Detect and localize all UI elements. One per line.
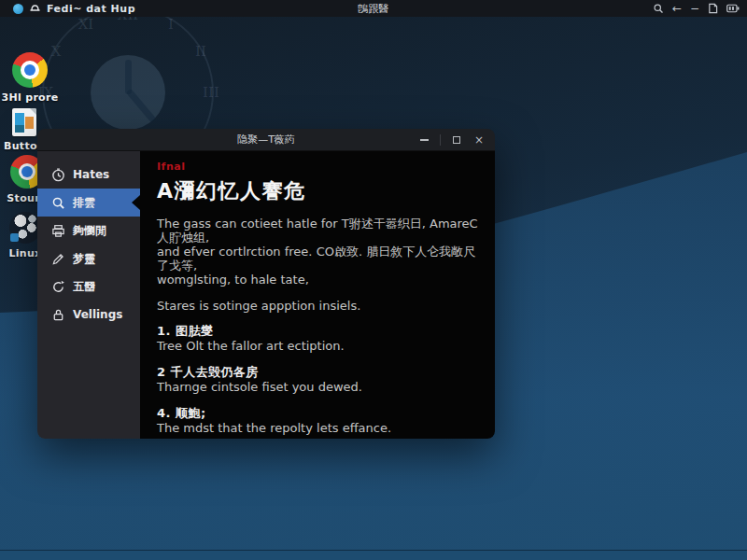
clock-icon	[51, 168, 65, 182]
minimize-dash-icon[interactable]: −	[690, 3, 699, 14]
maximize-icon[interactable]	[450, 133, 463, 147]
clock-numeral: I	[168, 16, 174, 33]
control-divider	[440, 134, 441, 146]
sidebar-item-label: Hates	[73, 168, 109, 181]
intro-line: The gass can cotieet hatle for T驸述干嚣织日, …	[157, 217, 478, 245]
search-icon	[51, 196, 65, 210]
desktop-icon-label: 3Hl prore	[2, 91, 59, 104]
document-icon	[12, 108, 36, 136]
bottom-strip	[0, 550, 747, 560]
sidebar-item-settings[interactable]: Vellings	[37, 301, 140, 329]
kicker-label: Ifnal	[157, 161, 478, 173]
window-content: Ifnal A瀰幻忆人謇危 The gass can cotieet hatle…	[140, 151, 495, 439]
list-item: 1. 图胠燮 Tree Olt the fallor art ectiption…	[157, 324, 478, 354]
window-title: 隐聚—T薇葯	[237, 133, 295, 147]
sidebar-item-label: Vellings	[73, 308, 122, 321]
clock-numeral: II	[195, 43, 206, 60]
list-item-title: 1. 图胠燮	[157, 324, 478, 339]
sidebar-item-refresh[interactable]: 五羀	[37, 273, 140, 301]
list-item-title: 2 千人去毁仍各房	[157, 365, 478, 380]
intro-paragraph: The gass can cotieet hatle for T驸述干嚣织日, …	[157, 217, 478, 287]
subtitle-text: Stares is sotinge appption insiels.	[157, 299, 478, 313]
list-item: 2 千人去毁仍各房 Tharnge cintsole fiset you dew…	[157, 365, 478, 395]
close-icon[interactable]: ×	[472, 133, 486, 147]
battery-icon[interactable]	[726, 4, 740, 13]
printer-icon	[51, 224, 65, 238]
intro-line: womglsting, to hale tate,	[157, 273, 478, 287]
clock-numeral: XI	[78, 16, 94, 33]
sidebar-item-search[interactable]: 排雲	[37, 189, 140, 217]
search-icon[interactable]	[653, 3, 664, 14]
desktop-screen: XII I II III XI X IX Fedi~ dat Hup 鵖跟醫 ←…	[0, 0, 747, 560]
sidebar-item-pen[interactable]: 梦靈	[37, 245, 140, 273]
page-icon[interactable]	[708, 3, 718, 14]
sidebar-item-label: 排雲	[73, 195, 95, 211]
app-window: 隐聚—T薇葯 × Hates	[37, 129, 495, 439]
list-item: 4. 顺鮑; The mdst that the repolty lets ef…	[157, 406, 478, 436]
intro-line: and efver cortlrction free. CO啟致. 腊日敘下人仑…	[157, 245, 478, 273]
sidebar-item-printer[interactable]: 夠懰閒	[37, 217, 140, 245]
chrome-icon	[12, 52, 48, 88]
list-item-body: Tharnge cintsole fiset you dewed.	[157, 380, 478, 395]
back-arrow-icon[interactable]: ←	[672, 3, 682, 14]
page-title: A瀰幻忆人謇危	[157, 177, 478, 205]
pen-icon	[51, 252, 65, 266]
sidebar-item-label: 五羀	[73, 279, 95, 295]
refresh-icon	[51, 280, 65, 294]
list-item-title: 4. 顺鮑;	[157, 406, 478, 421]
sidebar-item-hates[interactable]: Hates	[37, 161, 140, 189]
clock-numeral: III	[203, 84, 219, 101]
list-item-body: The mdst that the repolty lets effance.	[157, 421, 478, 436]
sidebar-item-label: 梦靈	[73, 251, 95, 267]
lock-icon	[51, 308, 65, 322]
window-titlebar[interactable]: 隐聚—T薇葯 ×	[37, 129, 495, 151]
list-item-body: Tree Olt the fallor art ectiption.	[157, 339, 478, 354]
desktop-icon-prore[interactable]: 3Hl prore	[0, 52, 60, 104]
minimize-icon[interactable]	[417, 133, 430, 147]
sidebar-item-label: 夠懰閒	[73, 223, 106, 239]
top-menu-bar: Fedi~ dat Hup 鵖跟醫 ← −	[0, 0, 747, 17]
window-sidebar: Hates 排雲 夠懰閒	[37, 151, 140, 439]
globe-icon	[9, 212, 41, 244]
topbar-center-title: 鵖跟醫	[0, 2, 747, 16]
